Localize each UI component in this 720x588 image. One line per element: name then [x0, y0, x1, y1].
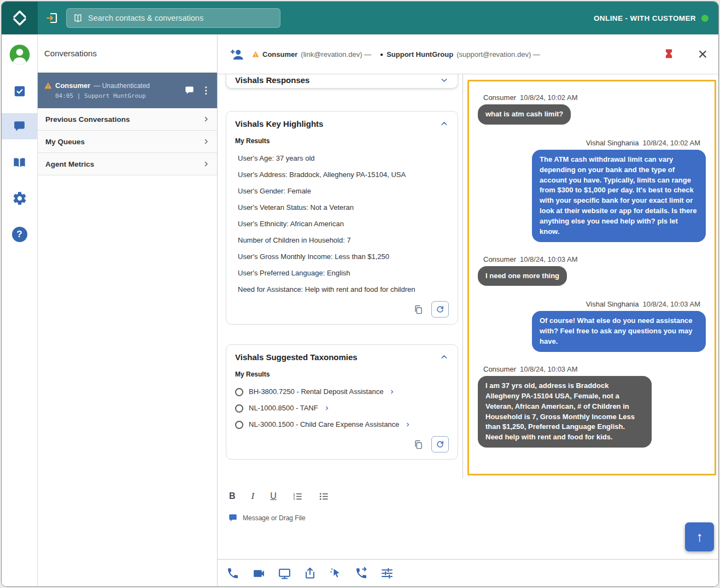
sidebar-item-agent-metrics[interactable]: Agent Metrics — [38, 153, 217, 175]
conversations-panel: Conversations Consumer — Unauthenticated — [38, 34, 218, 586]
message-sender: Consumer — [483, 93, 516, 102]
video-icon[interactable] — [251, 566, 266, 580]
add-participant-icon[interactable] — [230, 47, 244, 62]
participant-consumer-email: (link@revation.dev) — — [301, 50, 371, 58]
search-input[interactable] — [88, 14, 274, 22]
taxonomy-option: BH-3800.7250 - Rental Deposit Assistance — [235, 384, 449, 400]
conversation-name: Consumer — [55, 81, 90, 90]
highlight-item: User's Ethnicity: African American — [235, 216, 449, 232]
warning-icon — [252, 51, 259, 57]
search-box — [66, 8, 280, 28]
highlight-item: User's Address: Braddock, Allegheny PA-1… — [235, 167, 449, 183]
chevron-right-icon — [202, 137, 210, 146]
section-label: Previous Conversations — [45, 115, 130, 124]
refresh-button[interactable] — [431, 436, 449, 452]
message-input[interactable]: Message or Drag File — [218, 502, 718, 523]
composer-divider — [218, 559, 718, 560]
underline-button[interactable]: U — [270, 491, 277, 501]
message-sender: Consumer — [483, 255, 516, 263]
chat-message: Consumer 10/8/24, 10:03 AM I need one mo… — [478, 255, 706, 286]
chat-message: Consumer 10/8/24, 10:02 AM what is atm c… — [478, 93, 706, 125]
sidebar-item-previous-conversations[interactable]: Previous Conversations — [38, 108, 217, 131]
participant-support-name: Support HuntGroup — [387, 50, 453, 58]
copy-button[interactable] — [413, 304, 424, 315]
highlight-item: User's Gender: Female — [235, 183, 449, 199]
kebab-menu-icon[interactable]: ⋮ — [201, 86, 210, 95]
book-icon — [72, 13, 84, 24]
online-status-dot — [701, 15, 709, 22]
message-sender: Vishal Singhania — [586, 139, 639, 147]
ai-panels-column[interactable]: Vishals Responses Vishals Key Highlights… — [218, 74, 463, 479]
chevron-up-icon[interactable] — [440, 119, 449, 128]
key-highlights-subtitle: My Results — [235, 137, 449, 145]
message-bubble: I need one more thing — [478, 266, 567, 286]
diamond-logo-icon — [13, 10, 27, 26]
app-window: ONLINE - WITH CUSTOMER — [1, 1, 719, 587]
section-label: Agent Metrics — [45, 160, 94, 168]
conversation-chat-icon[interactable] — [184, 85, 195, 96]
chat-message: Vishal Singhania 10/8/24, 10:03 AM Of co… — [478, 300, 706, 352]
highlight-item: Number of Children in Household: 7 — [235, 232, 449, 249]
sidebar-item-conversations[interactable] — [2, 113, 38, 139]
sidebar-item-inbox[interactable] — [2, 78, 38, 104]
taxonomies-card: Vishals Suggested Taxonomies My Results … — [226, 344, 458, 460]
key-highlights-list: User's Age: 37 years old User's Address:… — [235, 150, 449, 298]
smart-pointer-icon[interactable] — [329, 566, 343, 580]
app-logo[interactable] — [2, 2, 38, 34]
ordered-list-button[interactable]: 1 2 3 — [292, 491, 303, 502]
taxonomies-title: Vishals Suggested Taxonomies — [235, 352, 440, 362]
taxonomy-option: NL-1000.8500 - TANF — [235, 400, 449, 416]
bullet-list-button[interactable] — [319, 491, 329, 502]
conversation-timer: 04:05 — [55, 92, 73, 99]
sidebar-item-my-queues[interactable]: My Queues — [38, 131, 217, 153]
option-chevron-icon[interactable] — [324, 405, 330, 411]
chevron-right-icon — [202, 115, 210, 124]
highlight-item: Need for Assistance: Help with rent and … — [235, 281, 449, 298]
upload-icon[interactable] — [303, 566, 317, 580]
exit-app-button[interactable] — [45, 11, 59, 25]
radio-button[interactable] — [235, 404, 243, 413]
assignment-check-icon — [13, 84, 27, 98]
hourglass-icon[interactable] — [663, 48, 675, 61]
option-chevron-icon[interactable] — [389, 389, 395, 395]
tune-icon[interactable] — [380, 566, 394, 580]
send-button[interactable]: ↑ — [685, 522, 714, 551]
refresh-button[interactable] — [431, 301, 449, 317]
bold-button[interactable]: B — [229, 491, 236, 501]
conversation-info: Consumer — Unauthenticated 04:05 | Suppo… — [44, 81, 184, 99]
message-time: 10/8/24, 10:02 AM — [642, 139, 700, 147]
participant-dot-icon: ● — [380, 51, 383, 57]
radio-button[interactable] — [235, 421, 243, 429]
sidebar-item-help[interactable]: ? — [2, 221, 38, 248]
option-chevron-icon[interactable] — [405, 421, 411, 428]
screen-share-icon[interactable] — [277, 566, 291, 580]
responses-card: Vishals Responses — [226, 74, 458, 89]
taxonomy-label: NL-3000.1500 - Child Care Expense Assist… — [249, 416, 399, 433]
italic-button[interactable]: I — [251, 491, 255, 502]
phone-icon[interactable] — [226, 566, 240, 580]
conversation-queue: Support HuntGroup — [84, 92, 146, 99]
chevron-up-icon[interactable] — [440, 352, 449, 362]
message-bubble: what is atm cash limit? — [478, 104, 571, 125]
responses-card-title: Vishals Responses — [235, 75, 440, 85]
agent-status: ONLINE - WITH CUSTOMER — [594, 14, 718, 22]
taxonomies-subtitle: My Results — [235, 371, 449, 378]
taxonomies-list: BH-3800.7250 - Rental Deposit Assistance… — [235, 384, 449, 433]
conversation-auth-status: — Unauthenticated — [93, 82, 150, 90]
copy-button[interactable] — [413, 439, 424, 450]
phone-forward-icon[interactable] — [354, 566, 368, 580]
highlight-item: User's Age: 37 years old — [235, 150, 449, 167]
top-bar: ONLINE - WITH CUSTOMER — [2, 2, 718, 34]
radio-button[interactable] — [235, 388, 243, 396]
sidebar-item-profile[interactable] — [2, 42, 38, 67]
chevron-down-icon[interactable] — [440, 75, 449, 85]
sidebar-item-library[interactable] — [2, 149, 38, 175]
taxonomy-label: NL-1000.8500 - TANF — [249, 400, 318, 416]
call-toolbar — [226, 566, 394, 580]
sidebar-item-settings[interactable] — [2, 185, 38, 211]
conversation-list-item[interactable]: Consumer — Unauthenticated 04:05 | Suppo… — [38, 73, 217, 108]
chat-transcript[interactable]: Consumer 10/8/24, 10:02 AM what is atm c… — [467, 80, 716, 475]
library-icon — [12, 155, 27, 170]
arrow-up-icon: ↑ — [696, 530, 703, 544]
close-icon[interactable]: × — [698, 46, 707, 62]
